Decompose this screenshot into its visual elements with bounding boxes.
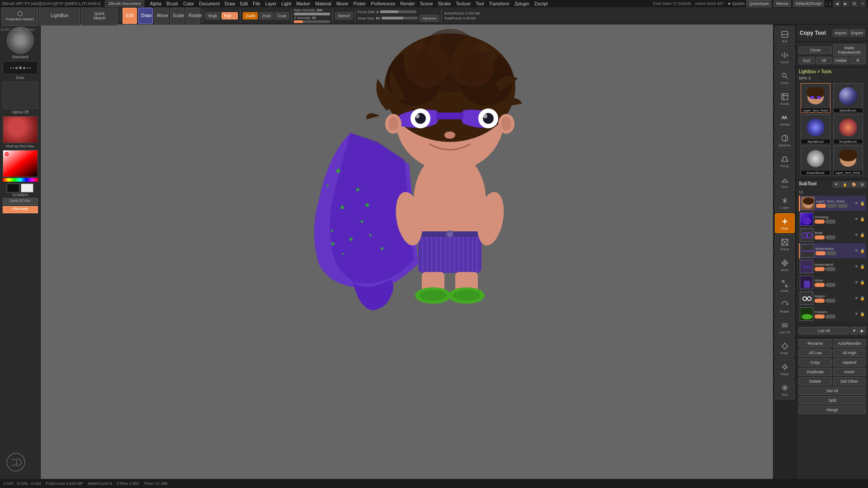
menu-stroke[interactable]: Stroke	[435, 1, 453, 7]
subtool-item-hose[interactable]: Hose 👁 🔒	[799, 275, 866, 291]
subtool-toggle-1c[interactable]	[838, 204, 848, 208]
move-button[interactable]: Move	[154, 8, 169, 24]
subtool-toggle-7[interactable]	[815, 299, 825, 303]
floor-button[interactable]: Floor	[775, 172, 795, 192]
menu-edit[interactable]: Edit	[238, 1, 250, 7]
delete-button[interactable]: Delete	[799, 377, 832, 385]
menu-render[interactable]: Render	[398, 1, 417, 7]
dots-preview[interactable]	[3, 61, 38, 75]
duplicate-button[interactable]: Duplicate	[799, 368, 832, 376]
oxyz-button[interactable]: Oxyz	[775, 213, 795, 233]
subtool-toggle-5[interactable]	[815, 267, 825, 271]
brush-thumb-simple[interactable]: SimpleBrush	[833, 114, 863, 144]
subtool-toggle-6[interactable]	[815, 283, 825, 287]
menu-color[interactable]: Color	[181, 1, 196, 7]
draw-button[interactable]: Draw	[138, 8, 153, 24]
defaultzscript-label[interactable]: DefaultZScript	[793, 0, 824, 7]
move-strip-button[interactable]: Move	[775, 255, 795, 275]
subtool-toggle-8b[interactable]	[826, 314, 835, 319]
zadd-button[interactable]: Zadd	[243, 12, 258, 19]
lsym-button[interactable]: L.Sym	[775, 192, 795, 212]
scale-button[interactable]: Scale	[170, 8, 184, 24]
solo-button[interactable]: Solo	[775, 380, 795, 399]
subtool-toggle-6b[interactable]	[826, 283, 835, 287]
menu-texture[interactable]: Texture	[453, 1, 473, 7]
subtool-vis-1[interactable]: 👁	[854, 201, 859, 206]
subtool-vis-7[interactable]: 👁	[854, 296, 859, 300]
subtool-lock-6[interactable]: 🔒	[860, 280, 865, 285]
subtool-vis-8[interactable]: 👁	[854, 312, 859, 316]
dynamic-button[interactable]: Dynamic	[420, 15, 439, 22]
menus-label[interactable]: Menus	[774, 0, 791, 7]
menu-material[interactable]: Material	[313, 1, 334, 7]
list-arrow-right[interactable]: ▶	[859, 327, 866, 334]
insert-button[interactable]: Insert	[833, 368, 866, 376]
subtool-expand-button[interactable]: ⊞	[859, 182, 866, 188]
swatch-black[interactable]	[7, 183, 19, 192]
brill-button[interactable]: Brill	[775, 26, 795, 46]
export-button[interactable]: Export	[849, 29, 865, 37]
nav-btn-4[interactable]: ×	[859, 0, 866, 7]
goz-button[interactable]: GoZ	[799, 57, 815, 64]
linefill-strip-button[interactable]: Line Fill	[775, 317, 795, 337]
quicksave-button[interactable]: QuickSave	[746, 0, 772, 7]
menu-tool[interactable]: Tool	[473, 1, 486, 7]
nav-btn-2[interactable]: ▶	[842, 0, 849, 7]
projection-master-button[interactable]: ⬡ Projection Master	[2, 6, 38, 26]
rename-button[interactable]: Rename	[799, 339, 832, 347]
subtool-eye-button[interactable]: 👁	[833, 182, 840, 188]
del-all-button[interactable]: Del All	[799, 387, 866, 395]
auto-reorder-button[interactable]: AutoReorder	[833, 339, 866, 347]
scale-strip-button[interactable]: Scale	[775, 276, 795, 296]
subtool-color-button[interactable]: 🎨	[850, 182, 858, 188]
subtool-item-flossen[interactable]: Flossen 👁 🔒	[799, 306, 866, 322]
subtool-toggle-8[interactable]	[815, 314, 825, 319]
subtool-item-hosenband[interactable]: Hosenband 👁 🔒	[799, 259, 866, 275]
subtool-lock-2[interactable]: 🔒	[860, 217, 865, 221]
equip-button[interactable]: Equip	[775, 359, 795, 379]
subtool-item-augen[interactable]: Augen 👁 🔒	[799, 291, 866, 306]
zsub-button[interactable]: Zsub	[259, 12, 274, 19]
menu-zplugin[interactable]: Zplugin	[512, 1, 532, 7]
subtool-toggle-2[interactable]	[815, 220, 825, 224]
dynamic-button[interactable]: Dynamic	[775, 130, 795, 150]
viewport[interactable]: ★ ★ ★ ★ ★ ★ ★ ★ ★ ★ ★ ★	[41, 24, 796, 479]
menu-alpha[interactable]: Alpha	[148, 1, 164, 7]
persp-button[interactable]: Persp	[775, 151, 795, 171]
menu-picker[interactable]: Picker	[351, 1, 368, 7]
subtool-vis-6[interactable]: 👁	[854, 280, 859, 285]
subtool-lock-button[interactable]: 🔒	[841, 182, 849, 188]
brush-thumb-alpha[interactable]: AlphaBrush	[801, 114, 830, 144]
alternate-button[interactable]: Alternate	[3, 206, 38, 213]
aahalf-button[interactable]: AA AAHalf	[775, 109, 795, 129]
alpha-preview[interactable]	[3, 82, 38, 109]
switch-color-button[interactable]: SwitchColor	[3, 198, 38, 205]
menu-brush[interactable]: Brush	[164, 1, 180, 7]
import-button[interactable]: Import	[833, 29, 848, 37]
zoom-button[interactable]: Zoom	[775, 68, 795, 88]
clone-button[interactable]: Clone	[799, 47, 832, 54]
menu-movie[interactable]: Movie	[334, 1, 351, 7]
viewport-canvas[interactable]: ★ ★ ★ ★ ★ ★ ★ ★ ★ ★ ★ ★	[41, 24, 796, 479]
split-button[interactable]: Split	[799, 396, 866, 404]
subtool-vis-4[interactable]: 👁	[854, 249, 859, 253]
nav-btn-3[interactable]: ⊞	[850, 0, 859, 7]
subtool-item-umhang[interactable]: Umhang 👁 🔒	[799, 211, 866, 227]
menu-document[interactable]: Document	[197, 1, 222, 7]
r-button[interactable]: R	[850, 57, 866, 64]
brush-thumb-super-hero-2[interactable]: super_hero_finish	[833, 145, 863, 175]
subtool-toggle-7b[interactable]	[826, 299, 835, 303]
subtool-item-brillenband[interactable]: Brillenband 👁 🔒	[799, 243, 866, 259]
all-low-button[interactable]: All Low	[799, 349, 832, 357]
subtool-toggle-3b[interactable]	[826, 235, 835, 239]
color-gradient[interactable]	[3, 150, 38, 177]
scroll-button[interactable]: Scroll	[775, 47, 795, 67]
list-arrow-down[interactable]: ▼	[850, 327, 858, 334]
subtool-toggle-4[interactable]	[816, 251, 826, 255]
subtool-toggle-2b[interactable]	[826, 220, 835, 224]
subtool-toggle-1b[interactable]	[827, 204, 837, 208]
subtool-lock-5[interactable]: 🔒	[860, 264, 865, 269]
subtool-vis-5[interactable]: 👁	[854, 264, 859, 269]
frame-button[interactable]: Frame	[775, 234, 795, 254]
swatch-white[interactable]	[21, 183, 33, 192]
